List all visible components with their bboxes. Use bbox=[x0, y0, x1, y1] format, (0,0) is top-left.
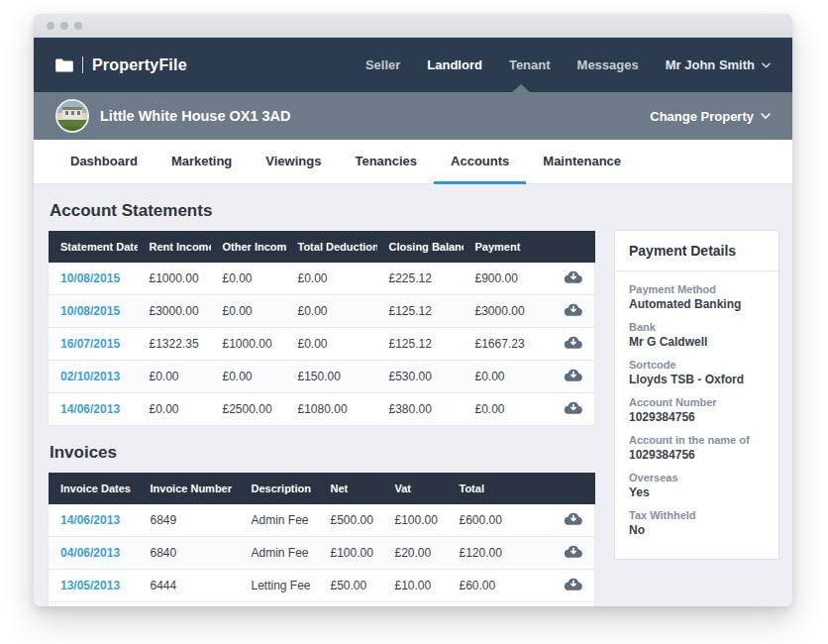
download-cell bbox=[554, 537, 595, 570]
property-avatar[interactable] bbox=[55, 99, 89, 133]
table-cell: £1322.35 bbox=[138, 328, 211, 361]
table-cell: Admin Fee bbox=[240, 602, 319, 607]
column-header: Invoice Number bbox=[139, 473, 240, 504]
table-cell: £0.00 bbox=[211, 263, 286, 295]
table-header-row: Statement DatesRent IncomeOther IncomeTo… bbox=[49, 231, 595, 263]
table-cell: £100.00 bbox=[319, 537, 383, 570]
cloud-download-icon[interactable] bbox=[564, 368, 583, 382]
table-cell: £1000.00 bbox=[138, 263, 211, 295]
table-row: 14/06/2013£0.00£2500.00£1080.00£380.00£0… bbox=[49, 393, 595, 426]
tab-viewings[interactable]: Viewings bbox=[249, 140, 338, 184]
main-column: Account Statements Statement DatesRent I… bbox=[48, 184, 594, 606]
invoices-table: Invoice DatesInvoice NumberDescriptionNe… bbox=[48, 473, 595, 606]
table-header-row: Invoice DatesInvoice NumberDescriptionNe… bbox=[49, 473, 595, 504]
window-control-dot[interactable] bbox=[47, 22, 54, 30]
field-value: Yes bbox=[629, 485, 765, 499]
table-cell: £3000.00 bbox=[464, 295, 553, 328]
cloud-download-icon[interactable] bbox=[564, 400, 583, 415]
property-bar: Little White House OX1 3AD Change Proper… bbox=[34, 92, 792, 140]
table-cell: £125.12 bbox=[377, 328, 464, 361]
payment-field: Account in the name of1029384756 bbox=[629, 434, 765, 462]
logo-text: PropertyFile bbox=[92, 56, 187, 74]
table-cell: £150.00 bbox=[286, 361, 377, 393]
cloud-download-icon[interactable] bbox=[564, 335, 583, 350]
side-column: Payment Details Payment MethodAutomated … bbox=[614, 184, 779, 606]
table-cell: £500.00 bbox=[319, 504, 383, 537]
table-cell: £0.00 bbox=[464, 361, 553, 393]
date-cell: 10/08/2015 bbox=[49, 263, 138, 295]
date-link[interactable]: 14/06/2013 bbox=[60, 402, 120, 416]
window-control-dot[interactable] bbox=[74, 22, 82, 30]
table-cell: £0.00 bbox=[138, 361, 211, 393]
date-link[interactable]: 13/05/2013 bbox=[60, 579, 120, 592]
download-column bbox=[554, 473, 595, 504]
cloud-download-icon[interactable] bbox=[564, 544, 583, 559]
date-cell: 04/06/2013 bbox=[49, 537, 139, 570]
tab-tenancies[interactable]: Tenancies bbox=[338, 140, 434, 184]
date-link[interactable]: 14/06/2013 bbox=[60, 513, 120, 527]
cloud-download-icon[interactable] bbox=[564, 302, 583, 317]
date-link[interactable]: 16/07/2015 bbox=[60, 337, 120, 351]
page-content: Account Statements Statement DatesRent I… bbox=[34, 184, 792, 606]
window-control-dot[interactable] bbox=[60, 22, 68, 30]
field-label: Sortcode bbox=[629, 359, 765, 371]
table-cell: 6840 bbox=[139, 537, 240, 570]
table-cell: £0.00 bbox=[211, 295, 286, 328]
date-cell: 16/07/2015 bbox=[49, 328, 138, 361]
date-link[interactable]: 10/08/2015 bbox=[60, 304, 120, 318]
download-cell bbox=[554, 504, 595, 537]
download-cell bbox=[553, 328, 595, 361]
user-menu[interactable]: Mr John Smith bbox=[666, 57, 771, 72]
table-cell: £0.00 bbox=[138, 393, 211, 426]
column-header: Vat bbox=[383, 473, 448, 504]
nav-item-messages[interactable]: Messages bbox=[577, 57, 639, 72]
cloud-download-icon[interactable] bbox=[564, 577, 583, 591]
field-value: Mr G Caldwell bbox=[629, 335, 765, 349]
folder-icon bbox=[55, 58, 73, 72]
nav-item-landlord[interactable]: Landlord bbox=[427, 57, 482, 72]
table-cell: £530.00 bbox=[377, 361, 464, 393]
table-cell: Admin Fee bbox=[240, 504, 319, 537]
statements-heading: Account Statements bbox=[48, 184, 594, 231]
download-column bbox=[553, 231, 595, 263]
tab-dashboard[interactable]: Dashboard bbox=[53, 140, 155, 184]
logo-divider bbox=[82, 56, 83, 73]
date-cell: 10/08/2015 bbox=[49, 295, 138, 328]
column-header: Total Deductions bbox=[286, 231, 377, 263]
field-value: Automated Banking bbox=[629, 297, 765, 311]
table-cell: £225.12 bbox=[377, 263, 464, 295]
tab-maintenance[interactable]: Maintenance bbox=[526, 140, 638, 184]
table-row: 10/08/2015£1000.00£0.00£0.00£225.12£900.… bbox=[49, 263, 595, 295]
payment-details-panel: Payment Details Payment MethodAutomated … bbox=[614, 230, 779, 560]
window-titlebar bbox=[34, 14, 792, 38]
change-property-button[interactable]: Change Property bbox=[650, 109, 771, 124]
top-navbar: PropertyFile SellerLandlordTenantMessage… bbox=[34, 38, 792, 92]
download-cell bbox=[554, 602, 595, 607]
app-logo[interactable]: PropertyFile bbox=[55, 56, 187, 74]
table-cell: £0.00 bbox=[286, 295, 377, 328]
payment-details-body: Payment MethodAutomated BankingBankMr G … bbox=[615, 271, 778, 559]
table-row: 10/08/2015£3000.00£0.00£0.00£125.12£3000… bbox=[49, 295, 595, 328]
section-tabbar: DashboardMarketingViewingsTenanciesAccou… bbox=[34, 140, 792, 184]
cloud-download-icon[interactable] bbox=[564, 511, 583, 526]
table-cell: £20.00 bbox=[383, 602, 448, 607]
field-label: Bank bbox=[629, 321, 765, 333]
column-header: Total bbox=[448, 473, 554, 504]
cloud-download-icon[interactable] bbox=[564, 269, 583, 284]
date-link[interactable]: 02/10/2013 bbox=[60, 370, 120, 383]
column-header: Invoice Dates bbox=[49, 473, 139, 504]
download-cell bbox=[554, 570, 595, 602]
date-link[interactable]: 10/08/2015 bbox=[60, 271, 120, 285]
table-cell: £60.00 bbox=[448, 570, 554, 602]
nav-item-tenant[interactable]: Tenant bbox=[509, 57, 551, 72]
table-row: 13/05/20136444Letting Fee£50.00£10.00£60… bbox=[49, 570, 595, 602]
tab-marketing[interactable]: Marketing bbox=[155, 140, 249, 184]
column-header: Description bbox=[240, 473, 319, 504]
change-property-label: Change Property bbox=[650, 109, 754, 124]
date-link[interactable]: 04/06/2013 bbox=[60, 546, 120, 560]
payment-field: BankMr G Caldwell bbox=[629, 321, 765, 349]
tab-accounts[interactable]: Accounts bbox=[434, 140, 526, 184]
nav-item-seller[interactable]: Seller bbox=[365, 57, 400, 72]
field-label: Account in the name of bbox=[629, 434, 765, 446]
payment-field: Payment MethodAutomated Banking bbox=[629, 283, 765, 311]
